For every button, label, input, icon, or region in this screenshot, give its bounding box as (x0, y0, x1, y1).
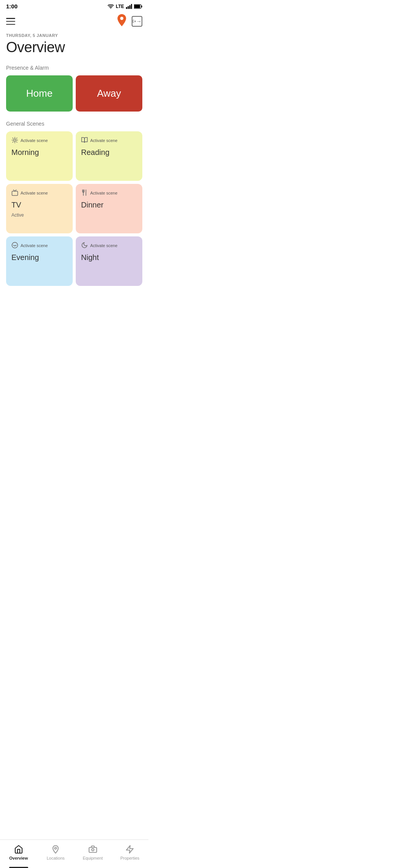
scene-card-dinner[interactable]: Activate scene Dinner (76, 184, 142, 233)
book-icon (81, 137, 88, 144)
scene-card-morning[interactable]: Activate scene Morning (6, 131, 73, 181)
scene-dinner-name: Dinner (81, 201, 137, 209)
evening-icon (11, 242, 18, 249)
svg-rect-4 (131, 4, 132, 9)
scene-morning-label: Activate scene (11, 137, 67, 144)
scene-tv-activate: Activate scene (21, 191, 48, 195)
scene-card-evening[interactable]: Activate scene Evening (6, 236, 73, 286)
scene-card-night[interactable]: Activate scene Night (76, 236, 142, 286)
presence-grid: Home Away (0, 75, 148, 118)
scene-night-activate: Activate scene (90, 243, 118, 248)
svg-line-16 (16, 142, 17, 142)
svg-rect-1 (126, 7, 127, 9)
svg-line-15 (13, 138, 13, 139)
header-actions (116, 14, 142, 29)
svg-rect-7 (141, 5, 142, 7)
page-date: Thursday, 5 January (6, 33, 142, 38)
tv-icon (11, 189, 18, 197)
scene-evening-activate: Activate scene (21, 243, 48, 248)
scene-card-reading[interactable]: Activate scene Reading (76, 131, 142, 181)
svg-line-18 (13, 142, 13, 142)
scene-reading-activate: Activate scene (90, 138, 118, 143)
home-button[interactable]: Home (6, 75, 73, 112)
scene-morning-activate: Activate scene (21, 138, 48, 143)
scene-night-name: Night (81, 253, 137, 262)
status-icons: LTE (108, 4, 142, 9)
scene-evening-name: Evening (11, 253, 67, 262)
svg-rect-2 (127, 6, 129, 9)
scene-tv-label: Activate scene (11, 189, 67, 197)
signal-icon (126, 4, 132, 9)
signout-button[interactable] (132, 16, 142, 27)
presence-section-title: Presence & Alarm (0, 62, 148, 75)
scene-tv-name: TV (11, 201, 67, 209)
moon-icon (81, 242, 88, 249)
lte-label: LTE (116, 4, 124, 9)
svg-line-17 (16, 138, 17, 139)
scene-night-label: Activate scene (81, 242, 137, 249)
svg-rect-3 (129, 5, 131, 9)
fork-icon (81, 189, 88, 197)
status-time: 1:00 (6, 3, 18, 10)
scene-evening-label: Activate scene (11, 242, 67, 249)
scenes-section-title: General Scenes (0, 118, 148, 131)
page-title: Overview (6, 39, 142, 56)
scene-reading-label: Activate scene (81, 137, 137, 144)
scene-morning-name: Morning (11, 148, 67, 157)
sun-icon (11, 137, 18, 144)
battery-icon (134, 4, 142, 9)
svg-point-8 (120, 17, 123, 20)
app-header (0, 11, 148, 32)
menu-button[interactable] (6, 18, 15, 25)
scene-tv-status: Active (11, 212, 67, 218)
wifi-icon (108, 4, 114, 9)
scene-dinner-activate: Activate scene (90, 191, 118, 195)
svg-point-10 (14, 139, 16, 141)
status-bar: 1:00 LTE (0, 0, 148, 11)
scenes-grid: Activate scene Morning Activate scene Re… (0, 131, 148, 290)
svg-point-0 (110, 8, 111, 9)
svg-rect-6 (134, 5, 140, 8)
svg-rect-19 (12, 191, 18, 195)
page-header: Thursday, 5 January Overview (0, 32, 148, 62)
scene-dinner-label: Activate scene (81, 189, 137, 197)
scene-card-tv[interactable]: Activate scene TV Active (6, 184, 73, 233)
away-button[interactable]: Away (76, 75, 142, 112)
scene-reading-name: Reading (81, 148, 137, 157)
location-pin-icon[interactable] (116, 14, 127, 29)
